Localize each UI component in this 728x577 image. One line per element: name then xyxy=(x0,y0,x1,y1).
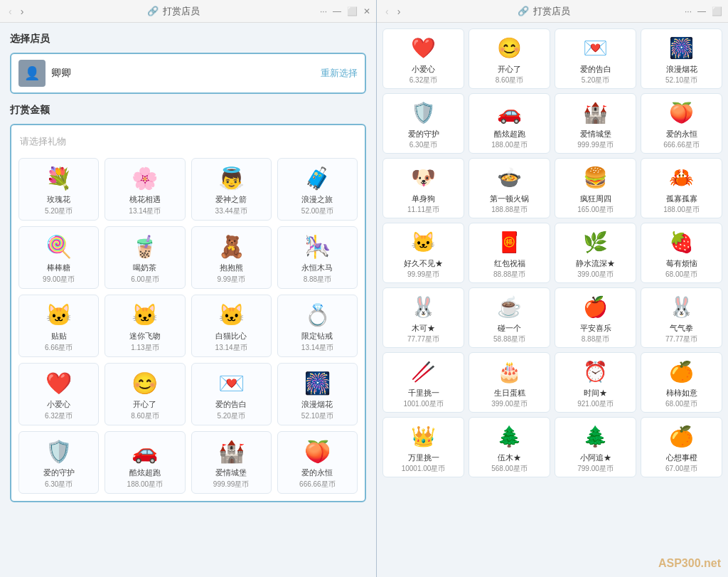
gift-name: 爱神之箭 xyxy=(215,194,247,205)
right-gift-price: 77.77星币 xyxy=(407,334,439,344)
right-gift-price: 399.00星币 xyxy=(491,399,528,409)
close-icon[interactable]: ✕ xyxy=(363,6,370,16)
right-gift-item[interactable]: 🍑 爱的永恒 666.66星币 xyxy=(641,93,722,154)
right-minimize-icon[interactable]: — xyxy=(697,6,706,16)
gift-price: 8.60星币 xyxy=(131,411,159,421)
right-gift-emoji: 🧧 xyxy=(497,228,522,256)
right-gift-item[interactable]: 🎆 浪漫烟花 52.10星币 xyxy=(641,28,722,89)
right-gift-name: 碰一个 xyxy=(498,323,521,334)
gift-name: 酷炫超跑 xyxy=(129,467,161,478)
right-gift-emoji: ☕ xyxy=(497,292,522,321)
reselect-button[interactable]: 重新选择 xyxy=(321,67,358,80)
right-forward-button[interactable]: › xyxy=(395,4,404,18)
right-gift-price: 77.77星币 xyxy=(665,334,697,344)
left-gift-item[interactable]: 🌸 桃花相遇 13.14星币 xyxy=(105,158,185,221)
left-gift-item[interactable]: 🍭 棒棒糖 99.00星币 xyxy=(18,226,99,289)
right-gift-item[interactable]: 🏰 爱情城堡 999.99星币 xyxy=(555,93,636,154)
left-gift-item[interactable]: 💍 限定钻戒 13.14星币 xyxy=(277,295,358,357)
right-gift-item[interactable]: 🚗 酷炫超跑 188.00星币 xyxy=(469,93,550,154)
left-gift-item[interactable]: 🎆 浪漫烟花 52.10星币 xyxy=(277,363,358,425)
right-gift-name: 伍木★ xyxy=(498,452,521,463)
right-gift-item[interactable]: 🦀 孤寡孤寡 188.00星币 xyxy=(641,158,722,218)
right-gift-item[interactable]: 🧧 红包祝福 88.88星币 xyxy=(469,223,550,283)
left-gift-item[interactable]: 👼 爱神之箭 33.44星币 xyxy=(191,158,272,221)
right-more-icon[interactable]: ··· xyxy=(685,6,692,16)
right-gift-name: 爱的告白 xyxy=(580,64,611,75)
gift-price: 13.14星币 xyxy=(215,343,247,353)
gift-placeholder: 请选择礼物 xyxy=(18,132,358,151)
left-gift-item[interactable]: 🧋 喝奶茶 6.00星币 xyxy=(105,226,185,289)
left-gift-item[interactable]: 🐱 白猫比心 13.14星币 xyxy=(191,295,272,357)
right-gift-item[interactable]: 🍊 心想事橙 67.00星币 xyxy=(641,417,722,477)
left-gift-item[interactable]: 🐱 贴贴 6.66星币 xyxy=(18,295,99,357)
restore-icon[interactable]: ⬜ xyxy=(347,6,358,16)
gift-emoji: 👼 xyxy=(218,164,245,191)
left-gift-item[interactable]: 🛡️ 爱的守护 6.30星币 xyxy=(18,431,99,494)
gift-emoji: 🧳 xyxy=(304,164,331,191)
staff-selector[interactable]: 👤 卿卿 重新选择 xyxy=(10,53,366,94)
right-gift-item[interactable]: ❤️ 小爱心 6.32星币 xyxy=(382,28,464,89)
gift-name: 棒棒糖 xyxy=(47,263,70,273)
left-title-center: 🔗 打赏店员 xyxy=(147,5,200,18)
right-gift-item[interactable]: 🛡️ 爱的守护 6.30星币 xyxy=(382,93,464,154)
right-gift-item[interactable]: 😊 开心了 8.60星币 xyxy=(469,28,550,89)
right-gift-item[interactable]: 🍎 平安喜乐 8.88星币 xyxy=(555,287,636,348)
left-gift-item[interactable]: 🏰 爱情城堡 999.99星币 xyxy=(191,431,272,494)
left-gift-item[interactable]: 🐱 迷你飞吻 1.13星币 xyxy=(105,295,185,357)
gift-name: 开心了 xyxy=(133,399,156,410)
right-gift-price: 10001.00星币 xyxy=(402,464,446,474)
right-gift-item[interactable]: 💌 爱的告白 5.20星币 xyxy=(555,28,636,89)
right-gift-emoji: 🐰 xyxy=(669,292,694,321)
gift-emoji: 🍭 xyxy=(46,233,72,260)
right-gift-item[interactable]: 🥢 千里挑一 1001.00星币 xyxy=(382,352,464,413)
right-gift-emoji: 🛡️ xyxy=(411,98,436,127)
right-gift-item[interactable]: 🌲 小阿追★ 799.00星币 xyxy=(555,417,636,477)
right-gift-price: 58.88星币 xyxy=(493,334,525,344)
back-button[interactable]: ‹ xyxy=(6,4,15,18)
gift-emoji: 🐱 xyxy=(132,301,158,328)
left-gift-item[interactable]: 💐 玫瑰花 5.20星币 xyxy=(18,158,99,221)
right-gift-item[interactable]: 🌿 静水流深★ 399.00星币 xyxy=(555,223,636,283)
left-gift-item[interactable]: 💌 爱的告白 5.20星币 xyxy=(191,363,272,425)
right-gift-name: 爱的永恒 xyxy=(666,129,697,139)
right-gift-item[interactable]: 🍊 柿柿如意 68.00星币 xyxy=(641,352,722,413)
more-icon[interactable]: ··· xyxy=(320,6,327,16)
right-gift-item[interactable]: 🐰 木可★ 77.77星币 xyxy=(382,287,464,348)
gift-price: 13.14星币 xyxy=(129,206,161,216)
gift-emoji: 🏰 xyxy=(218,438,245,465)
left-gift-item[interactable]: 🎠 永恒木马 8.88星币 xyxy=(277,226,358,289)
gift-name: 浪漫之旅 xyxy=(301,194,333,205)
right-gift-emoji: 🏰 xyxy=(583,98,608,127)
forward-button[interactable]: › xyxy=(18,4,27,18)
right-gift-item[interactable]: 🍓 莓有烦恼 68.00星币 xyxy=(641,223,722,283)
left-gift-item[interactable]: 🍑 爱的永恒 666.66星币 xyxy=(277,431,358,494)
right-gift-item[interactable]: 👑 万里挑一 10001.00星币 xyxy=(382,417,464,477)
right-gift-emoji: 👑 xyxy=(411,422,436,450)
left-gift-item[interactable]: 😊 开心了 8.60星币 xyxy=(105,363,185,425)
left-gift-item[interactable]: 🧸 抱抱熊 9.99星币 xyxy=(191,226,272,289)
right-gift-item[interactable]: 🎂 生日蛋糕 399.00星币 xyxy=(469,352,550,413)
right-gift-price: 8.60星币 xyxy=(496,75,523,85)
right-gift-name: 心想事橙 xyxy=(666,452,697,463)
right-gift-item[interactable]: 🍔 疯狂周四 165.00星币 xyxy=(555,158,636,218)
left-gift-item[interactable]: 🧳 浪漫之旅 52.00星币 xyxy=(277,158,358,221)
right-restore-icon[interactable]: ⬜ xyxy=(712,6,722,16)
right-gift-item[interactable]: 🍲 第一顿火锅 188.88星币 xyxy=(469,158,550,218)
right-back-button[interactable]: ‹ xyxy=(382,4,392,18)
right-gift-name: 第一顿火锅 xyxy=(490,194,529,204)
right-gift-price: 999.99星币 xyxy=(577,140,614,150)
minimize-icon[interactable]: — xyxy=(333,6,341,16)
left-gift-item[interactable]: 🚗 酷炫超跑 188.00星币 xyxy=(105,431,185,494)
right-gift-item[interactable]: 🐱 好久不见★ 99.99星币 xyxy=(382,223,464,283)
right-gift-item[interactable]: ☕ 碰一个 58.88星币 xyxy=(469,287,550,348)
gift-emoji: 💌 xyxy=(218,369,245,396)
right-gift-item[interactable]: 🐶 单身狗 11.11星币 xyxy=(382,158,464,218)
right-gift-item[interactable]: ⏰ 时间★ 921.00星币 xyxy=(555,352,636,413)
right-gift-item[interactable]: 🌲 伍木★ 568.00星币 xyxy=(469,417,550,477)
right-gift-emoji: 🌲 xyxy=(497,422,522,450)
right-gift-emoji: 🍊 xyxy=(669,357,694,386)
gift-name: 抱抱熊 xyxy=(220,263,243,273)
gift-name: 爱情城堡 xyxy=(215,467,247,478)
left-gift-item[interactable]: ❤️ 小爱心 6.32星币 xyxy=(18,363,99,425)
right-gift-item[interactable]: 🐰 气气拳 77.77星币 xyxy=(641,287,722,348)
